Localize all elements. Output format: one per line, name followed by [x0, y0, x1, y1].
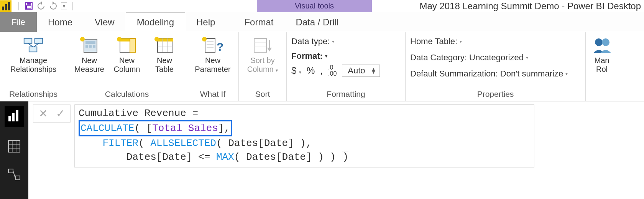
svg-rect-39 [8, 141, 20, 152]
tab-home[interactable]: Home [37, 12, 84, 32]
roles-icon [591, 36, 613, 54]
contextual-tab-label: Visual tools [257, 0, 372, 12]
new-table-button[interactable]: New Table [147, 34, 182, 74]
new-parameter-label: New Parameter [195, 56, 230, 74]
group-properties: Home Table: ▾ Data Category: Uncategoriz… [406, 32, 586, 101]
decimals-value: Auto [348, 66, 365, 76]
sort-by-column-label: Sort by Column ▾ [247, 56, 278, 74]
ribbon: Manage Relationships Relationships New M… [0, 32, 644, 101]
group-whatif: ? New Parameter What If [187, 32, 239, 101]
sort-column-icon [252, 36, 273, 54]
home-table-dropdown[interactable]: Home Table: ▾ [410, 36, 462, 46]
new-measure-button[interactable]: New Measure [72, 34, 107, 74]
svg-rect-4 [35, 38, 43, 43]
svg-rect-16 [130, 38, 135, 52]
manage-relationships-button[interactable]: Manage Relationships [5, 34, 62, 74]
svg-rect-9 [85, 41, 95, 44]
svg-rect-11 [89, 45, 92, 48]
group-formatting-label: Formatting [291, 89, 401, 101]
manage-relationships-icon [23, 36, 44, 54]
currency-button[interactable]: $ ▾ [291, 65, 301, 76]
group-properties-label: Properties [410, 89, 581, 101]
new-parameter-icon: ? [202, 36, 223, 54]
manage-roles-button[interactable]: Man Rol [590, 34, 613, 74]
view-nav-rail [0, 101, 28, 199]
new-table-label: New Table [155, 56, 174, 74]
tab-file[interactable]: File [0, 12, 37, 32]
window-title: May 2018 Learning Summit Demo - Power BI… [419, 0, 641, 12]
svg-line-46 [13, 171, 15, 178]
data-view-icon[interactable] [7, 139, 21, 155]
title-bar: ▾ Visual tools May 2018 Learning Summit … [0, 0, 644, 12]
measure-name: Cumulative Revenue = [79, 108, 198, 119]
model-view-icon[interactable] [7, 167, 21, 184]
format-label: Format: [291, 51, 323, 61]
tab-view[interactable]: View [84, 12, 126, 32]
svg-rect-12 [93, 45, 95, 48]
svg-rect-24 [205, 38, 215, 52]
svg-rect-45 [15, 176, 20, 180]
svg-point-34 [595, 38, 603, 46]
svg-rect-2 [26, 6, 31, 9]
group-sort: Sort by Column ▾ Sort [239, 32, 287, 101]
new-measure-icon [79, 36, 100, 54]
svg-point-17 [117, 37, 122, 41]
undo-icon[interactable] [36, 1, 46, 12]
new-measure-label: New Measure [74, 56, 104, 74]
svg-rect-37 [12, 113, 15, 121]
svg-line-7 [34, 43, 39, 46]
new-column-button[interactable]: New Column [109, 34, 145, 74]
svg-rect-36 [8, 116, 11, 121]
data-type-label: Data type: [291, 36, 330, 46]
default-summarization-dropdown[interactable]: Default Summarization: Don't summarize ▾ [410, 69, 568, 79]
group-calculations-label: Calculations [72, 89, 182, 101]
decimals-stepper[interactable]: Auto ▲▼ [342, 65, 380, 77]
svg-point-13 [80, 37, 85, 41]
percent-button[interactable]: % [307, 65, 315, 76]
group-relationships: Manage Relationships Relationships [0, 32, 67, 101]
ribbon-tab-row: File Home View Modeling Help Format Data… [0, 12, 644, 32]
formula-bar[interactable]: Cumulative Revenue = CALCULATE( [Total S… [74, 104, 534, 167]
format-dropdown[interactable]: Format: ▾ [291, 51, 327, 61]
formula-cancel-icon[interactable]: ✕ [39, 107, 48, 120]
data-category-label: Data Category: Uncategorized [410, 53, 524, 63]
workspace: ✕ ✓ Cumulative Revenue = CALCULATE( [Tot… [0, 101, 644, 199]
svg-point-23 [154, 37, 159, 41]
qat-customize-icon[interactable]: ▾ [61, 2, 67, 10]
svg-rect-3 [24, 38, 32, 43]
new-table-icon [154, 36, 175, 54]
svg-rect-38 [16, 110, 18, 121]
group-relationships-label: Relationships [5, 89, 62, 101]
thousand-sep-button[interactable]: , [320, 65, 323, 76]
tab-format[interactable]: Format [233, 12, 284, 32]
formula-commit-icon[interactable]: ✓ [56, 107, 65, 120]
formula-bar-controls: ✕ ✓ [33, 104, 71, 123]
decimals-icon[interactable]: .0.00 [328, 65, 337, 77]
redo-icon[interactable] [49, 1, 58, 12]
svg-point-29 [202, 37, 207, 41]
manage-relationships-label: Manage Relationships [10, 56, 56, 74]
report-view-icon[interactable] [5, 106, 24, 127]
svg-rect-1 [27, 2, 31, 5]
group-whatif-label: What If [192, 89, 234, 101]
group-security: Man Rol [586, 32, 618, 101]
tab-help[interactable]: Help [185, 12, 226, 32]
svg-rect-10 [85, 45, 88, 48]
app-logo-icon [0, 0, 12, 12]
group-calculations: New Measure New Column New Table Calcula… [67, 32, 187, 101]
group-sort-label: Sort [243, 89, 282, 101]
group-formatting: Data type:▾ Format: ▾ $ ▾ % , .0.00 Auto… [287, 32, 406, 101]
tab-data-drill[interactable]: Data / Drill [284, 12, 350, 32]
data-category-dropdown[interactable]: Data Category: Uncategorized ▾ [410, 53, 528, 63]
data-type-dropdown[interactable]: Data type:▾ [291, 36, 334, 46]
default-summarization-label: Default Summarization: Don't summarize [410, 69, 563, 79]
manage-roles-label: Man Rol [595, 56, 610, 74]
new-parameter-button[interactable]: ? New Parameter [192, 34, 234, 74]
step-down-icon[interactable]: ▼ [371, 71, 376, 74]
svg-text:?: ? [217, 40, 223, 53]
formula-highlight: CALCULATE( [Total Sales], [79, 120, 232, 136]
svg-rect-19 [158, 38, 173, 41]
sort-by-column-button[interactable]: Sort by Column ▾ [243, 34, 282, 74]
tab-modeling[interactable]: Modeling [126, 12, 185, 32]
save-icon[interactable] [24, 1, 33, 12]
